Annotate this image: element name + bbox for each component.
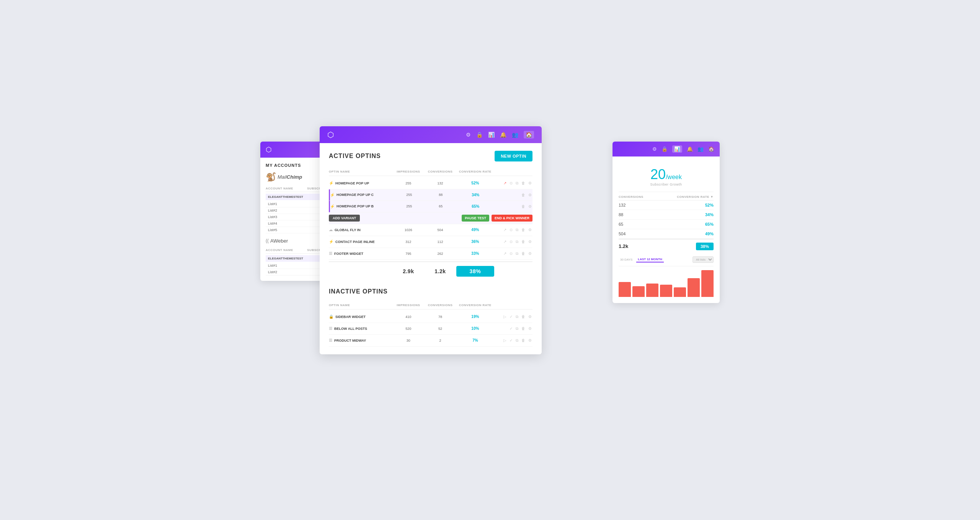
delete-icon[interactable]: 🗑 [521,180,526,186]
table-row: ☰ BELOW ALL POSTS 520 52 10% ✓ ⧉ 🗑 ⚙ [329,323,532,335]
settings-row-icon[interactable]: ⚙ [528,337,532,343]
delete-icon[interactable]: 🗑 [521,204,526,209]
delete-icon[interactable]: 🗑 [521,239,526,245]
copy-icon[interactable]: ⧉ [515,227,519,233]
row-conversions: 88 [425,193,457,197]
lock-icon[interactable]: 🔒 [662,146,668,152]
delete-icon[interactable]: 🗑 [521,227,526,233]
circle-icon[interactable]: ⊙ [509,180,513,186]
delete-icon[interactable]: 🗑 [521,192,526,198]
settings-icon[interactable]: ⚙ [466,132,471,138]
share-icon[interactable]: ↗ [503,251,507,256]
home-icon[interactable]: 🏠 [524,131,534,139]
check-icon[interactable]: ✓ [509,314,513,319]
pause-test-button[interactable]: PAUSE TEST [462,215,489,222]
period-tab-30days[interactable]: 30 DAYS [619,257,634,262]
right-table-row: 504 49% [619,229,714,239]
row-actions: 🗑 ⚙ [495,204,532,209]
below-posts-icon: ☰ [329,326,332,331]
col-impressions: IMPRESSIONS [392,303,424,307]
active-optins-title: ACTIVE OPTINS [329,153,381,160]
settings-row-icon[interactable]: ⚙ [528,227,532,233]
row-rate: 52% [456,181,495,185]
settings-row-icon[interactable]: ⚙ [528,192,532,198]
copy-icon[interactable]: ⧉ [515,337,519,344]
row-rate: 10% [456,326,495,331]
activate-icon[interactable]: ▷ [503,337,507,343]
row-actions: ✓ ⧉ 🗑 ⚙ [494,326,532,332]
col-impressions: IMPRESSIONS [392,170,424,173]
row-conversions: 65 [425,204,457,208]
period-tab-12month[interactable]: LAST 12 MONTH [636,257,664,262]
copy-icon[interactable]: ⧉ [515,251,519,257]
pick-winner-button[interactable]: END & PICK WINNER [492,215,532,222]
users-icon[interactable]: 👥 [697,146,704,152]
row-rate: 49% [456,228,495,232]
variant-buttons: ADD VARIANT [329,215,395,222]
add-variant-button[interactable]: ADD VARIANT [329,215,360,222]
row-impressions: 255 [392,181,424,185]
settings-row-icon[interactable]: ⚙ [528,239,532,245]
check-icon[interactable]: ✓ [509,326,513,331]
row-impressions: 255 [393,204,425,208]
aweber-icon: (( [266,238,269,243]
delete-icon[interactable]: 🗑 [521,251,526,256]
table-row: ⚡ HOMEPAGE POP UP B 255 65 65% 🗑 ⚙ [329,201,532,212]
table-row: ⚡ HOMEPAGE POP UP C 255 88 34% 🗑 ⚙ [329,189,532,201]
col-conversions: CONVERSIONS [424,303,456,307]
new-optin-button[interactable]: NEW OPTIN [495,151,532,161]
delete-icon[interactable]: 🗑 [521,337,526,343]
midway-icon: ☰ [329,338,332,342]
list-filter-select[interactable]: All lists [693,256,714,263]
settings-row-icon[interactable]: ⚙ [528,326,532,331]
row-actions: ▷ ✓ ⧉ 🗑 ⚙ [494,314,532,320]
test-buttons: PAUSE TEST END & PICK WINNER [462,215,532,222]
delete-icon[interactable]: 🗑 [521,314,526,319]
copy-icon[interactable]: ⧉ [515,180,519,186]
right-total-rate: 38% [696,243,714,250]
share-icon[interactable]: ↗ [503,239,507,245]
right-nav: ⚙ 🔒 📊 🔔 👥 🏠 [612,142,720,156]
active-optins-header: ACTIVE OPTINS NEW OPTIN [329,151,532,161]
total-rate-badge: 38% [456,266,495,277]
settings-row-icon[interactable]: ⚙ [528,180,532,186]
settings-row-icon[interactable]: ⚙ [528,314,532,319]
right-content: 20/week Subscriber Growth CONVERSIONS CO… [612,156,720,303]
check-icon[interactable]: ✓ [509,337,513,343]
right-rate: 65% [705,222,714,227]
circle-icon[interactable]: ⊙ [509,239,513,245]
right-panel: ⚙ 🔒 📊 🔔 👥 🏠 20/week Subscriber Growth CO… [612,142,720,303]
growth-unit: /week [666,174,682,180]
subscriber-growth: 20/week Subscriber Growth [619,163,714,192]
delete-icon[interactable]: 🗑 [521,326,526,331]
bell-icon[interactable]: 🔔 [500,132,506,138]
share-icon[interactable]: ↗ [503,180,507,186]
variant-actions: ADD VARIANT [329,215,395,222]
logo-icon: ⬡ [266,145,272,154]
circle-icon[interactable]: ⊙ [509,251,513,256]
row-optin-name: ⚡ HOMEPAGE POP UP B [330,204,393,209]
users-icon[interactable]: 👥 [512,132,518,138]
home-icon[interactable]: 🏠 [708,146,714,152]
bar [674,287,686,297]
share-icon[interactable]: ↗ [503,227,507,233]
sidebar-icon: 🔒 [329,315,333,319]
settings-icon[interactable]: ⚙ [652,146,657,152]
activate-icon[interactable]: ▷ [503,314,507,319]
bell-icon[interactable]: 🔔 [687,146,693,152]
col-conversions: CONVERSIONS [424,170,456,173]
table-row: ☰ FOOTER WIDGET 795 262 33% ↗ ⊙ ⧉ 🗑 ⚙ [329,248,532,260]
row-optin-name: ☰ PRODUCT MIDWAY [329,338,392,342]
circle-icon[interactable]: ⊙ [509,227,513,233]
settings-row-icon[interactable]: ⚙ [528,251,532,256]
copy-icon[interactable]: ⧉ [515,314,519,320]
col-optin-name: OPTIN NAME [329,170,392,173]
row-rate: 34% [457,193,495,197]
chart-icon[interactable]: 📊 [488,132,495,138]
copy-icon[interactable]: ⧉ [515,239,519,245]
settings-row-icon[interactable]: ⚙ [528,204,532,209]
chart-icon[interactable]: 📊 [672,145,682,153]
copy-icon[interactable]: ⧉ [515,326,519,332]
bar [688,278,700,297]
lock-icon[interactable]: 🔒 [476,132,483,138]
